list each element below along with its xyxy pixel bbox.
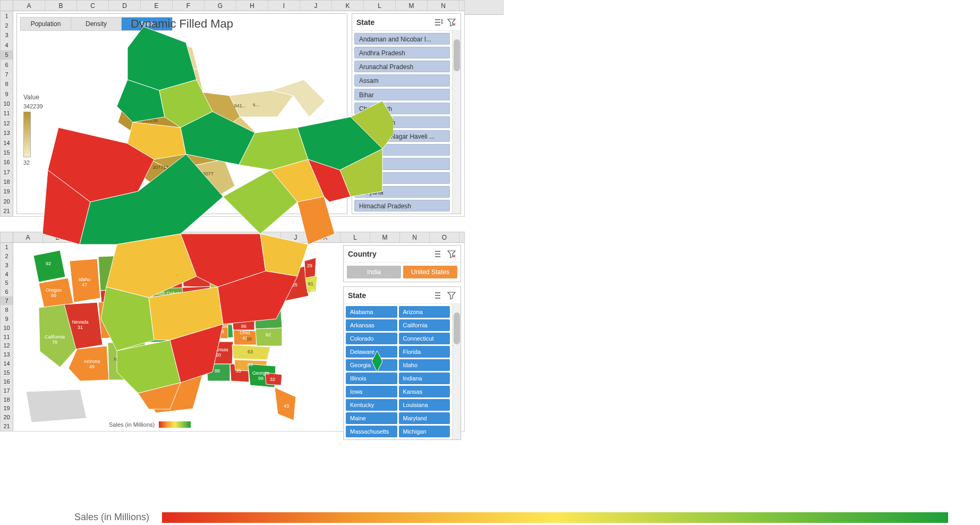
column-header[interactable]: F: [173, 1, 204, 11]
svg-marker-152: [260, 234, 308, 276]
select-all-corner[interactable]: [1, 232, 13, 243]
country-us-button[interactable]: United States: [403, 266, 457, 278]
sales-legend: Sales (in Millions): [74, 512, 948, 523]
slicer-scrollbar[interactable]: [452, 31, 461, 214]
row-header[interactable]: 1: [1, 243, 13, 252]
slicer-item[interactable]: Indiana: [399, 372, 450, 384]
column-headers: ABCDEFGHIJKLMN: [1, 1, 464, 11]
row-header[interactable]: 13: [1, 129, 13, 138]
row-header[interactable]: 3: [1, 31, 13, 40]
slicer-scrollbar[interactable]: [452, 304, 461, 439]
row-headers: 123456789101112131415161718192021: [1, 11, 13, 216]
column-header[interactable]: N: [400, 232, 430, 242]
row-header[interactable]: 19: [1, 187, 13, 197]
select-all-corner[interactable]: [1, 1, 13, 11]
column-header[interactable]: D: [109, 1, 141, 11]
row-header[interactable]: 2: [1, 21, 13, 30]
slicer-item[interactable]: Kansas: [399, 386, 450, 397]
clear-filter-icon[interactable]: [447, 291, 456, 300]
svg-marker-136: [127, 27, 197, 90]
row-header[interactable]: 7: [1, 297, 13, 306]
column-header[interactable]: H: [236, 1, 268, 11]
row-header[interactable]: 15: [1, 368, 13, 377]
slicer-item[interactable]: Louisiana: [399, 399, 450, 411]
slicer-item[interactable]: Connecticut: [399, 333, 450, 344]
row-header[interactable]: 12: [1, 341, 13, 350]
row-header[interactable]: 11: [1, 333, 13, 342]
column-header[interactable]: B: [45, 1, 77, 11]
row-header[interactable]: 20: [1, 197, 13, 206]
column-header[interactable]: I: [268, 1, 300, 11]
row-header[interactable]: 8: [1, 80, 13, 89]
slicer-item[interactable]: Massachusetts: [346, 426, 397, 437]
row-headers: 123456789101112131415161718192021: [1, 243, 13, 431]
row-header[interactable]: 17: [1, 167, 13, 177]
row-header[interactable]: 1: [1, 11, 13, 21]
column-header[interactable]: E: [141, 1, 173, 11]
row-header[interactable]: 15: [1, 148, 13, 157]
scrollbar-thumb[interactable]: [454, 312, 460, 344]
legend-label: Sales (in Millions): [74, 512, 149, 523]
india-map: [21, 21, 393, 414]
row-header[interactable]: 10: [1, 324, 13, 333]
row-header[interactable]: 18: [1, 177, 13, 187]
row-header[interactable]: 5: [1, 50, 13, 60]
row-header[interactable]: 12: [1, 118, 13, 128]
column-header[interactable]: J: [300, 1, 332, 11]
column-header[interactable]: M: [396, 1, 428, 11]
slicer-item[interactable]: California: [399, 319, 450, 331]
row-header[interactable]: 17: [1, 386, 13, 395]
multi-select-icon[interactable]: [434, 249, 444, 259]
row-header[interactable]: 9: [1, 315, 13, 324]
legend-gradient: [159, 421, 191, 428]
column-header[interactable]: L: [364, 1, 396, 11]
row-header[interactable]: 21: [1, 207, 13, 216]
svg-marker-149: [297, 197, 335, 244]
slicer-item[interactable]: Arizona: [399, 306, 450, 318]
clear-filter-icon[interactable]: [447, 18, 456, 27]
row-header[interactable]: 14: [1, 138, 13, 148]
legend-label: Sales (in Millions): [109, 421, 155, 428]
column-header[interactable]: G: [204, 1, 236, 11]
row-header[interactable]: 6: [1, 287, 13, 297]
row-header[interactable]: 4: [1, 270, 13, 279]
row-header[interactable]: 2: [1, 252, 13, 261]
clear-filter-icon[interactable]: [447, 249, 456, 259]
column-header[interactable]: N: [428, 1, 459, 11]
row-header[interactable]: 11: [1, 109, 13, 118]
row-header[interactable]: 8: [1, 306, 13, 315]
multi-select-icon[interactable]: [434, 291, 444, 300]
row-header[interactable]: 3: [1, 261, 13, 270]
slicer-item[interactable]: Idaho: [399, 359, 450, 371]
row-header[interactable]: 16: [1, 158, 13, 167]
row-header[interactable]: 19: [1, 404, 13, 413]
row-header[interactable]: 9: [1, 89, 13, 99]
row-header[interactable]: 13: [1, 350, 13, 359]
row-header[interactable]: 16: [1, 377, 13, 386]
row-header[interactable]: 18: [1, 395, 13, 404]
row-header[interactable]: 5: [1, 278, 13, 287]
row-header[interactable]: 6: [1, 60, 13, 70]
row-header[interactable]: 7: [1, 70, 13, 79]
row-header[interactable]: 4: [1, 40, 13, 50]
legend-gradient: [162, 512, 948, 523]
row-header[interactable]: 14: [1, 359, 13, 368]
column-header[interactable]: A: [13, 1, 45, 11]
column-header[interactable]: K: [332, 1, 364, 11]
row-header[interactable]: 21: [1, 422, 13, 431]
row-header[interactable]: 20: [1, 413, 13, 422]
column-header[interactable]: C: [77, 1, 109, 11]
multi-select-icon[interactable]: [434, 18, 444, 27]
slicer-item[interactable]: Maryland: [399, 412, 450, 424]
slicer-item[interactable]: Florida: [399, 346, 450, 358]
scrollbar-thumb[interactable]: [454, 39, 460, 71]
svg-marker-161: [372, 351, 382, 372]
sales-legend: Sales (in Millions): [109, 421, 191, 428]
column-header[interactable]: O: [430, 232, 459, 242]
slicer-item[interactable]: Michigan: [399, 426, 450, 437]
row-header[interactable]: 10: [1, 99, 13, 108]
